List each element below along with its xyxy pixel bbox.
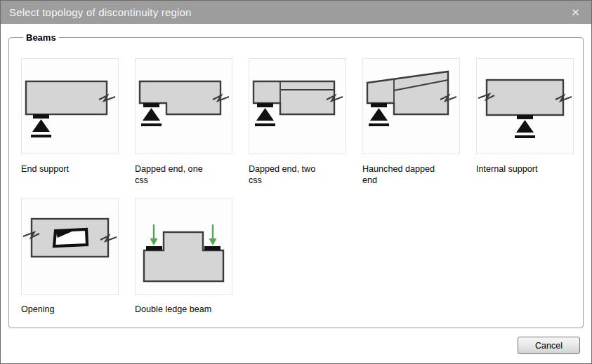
close-button[interactable]: ✕ (560, 1, 591, 24)
titlebar: Select topology of discontinuity region … (1, 1, 591, 24)
topology-option-haunched-dapped-end[interactable] (362, 58, 460, 154)
topology-cell: Dapped end, one css (135, 58, 232, 198)
cancel-button[interactable]: Cancel (518, 337, 580, 354)
close-icon: ✕ (571, 6, 580, 19)
dialog-window: Select topology of discontinuity region … (0, 0, 592, 364)
topology-option-label: Internal support (476, 163, 558, 198)
beams-group: Beams End support (8, 32, 584, 328)
topology-cell: Opening (21, 198, 119, 339)
topology-option-label: Haunched dapped end (362, 163, 444, 198)
beams-group-label: Beams (23, 32, 59, 43)
topology-option-dapped-end-two-css[interactable] (249, 58, 346, 154)
topology-option-label: End support (21, 163, 103, 198)
internal-support-icon (477, 59, 573, 154)
topology-cell: End support (21, 58, 119, 198)
topology-cell: Dapped end, two css (249, 58, 346, 198)
dialog-footer: Cancel (1, 337, 591, 363)
topology-option-label: Dapped end, two css (249, 163, 330, 198)
haunched-dapped-end-icon (363, 59, 459, 154)
double-ledge-beam-icon (136, 199, 232, 294)
topology-option-opening[interactable] (21, 198, 119, 295)
end-support-icon (22, 59, 118, 154)
topology-option-double-ledge-beam[interactable] (135, 198, 232, 295)
topology-option-end-support[interactable] (21, 58, 119, 154)
dapped-end-two-css-icon (249, 59, 346, 154)
opening-icon (22, 199, 118, 294)
topology-cell: Internal support (476, 58, 574, 198)
topology-option-dapped-end-one-css[interactable] (135, 58, 232, 154)
dialog-title: Select topology of discontinuity region (1, 6, 560, 18)
topology-option-internal-support[interactable] (476, 58, 574, 154)
topology-option-label: Dapped end, one css (135, 163, 216, 198)
topology-option-label: Double ledge beam (135, 304, 216, 339)
dapped-end-one-css-icon (136, 59, 232, 154)
topology-cell: Double ledge beam (135, 198, 232, 339)
topology-option-label: Opening (21, 304, 103, 339)
topology-grid: End support Dapped end, one css (21, 58, 576, 339)
topology-cell: Haunched dapped end (362, 58, 460, 198)
